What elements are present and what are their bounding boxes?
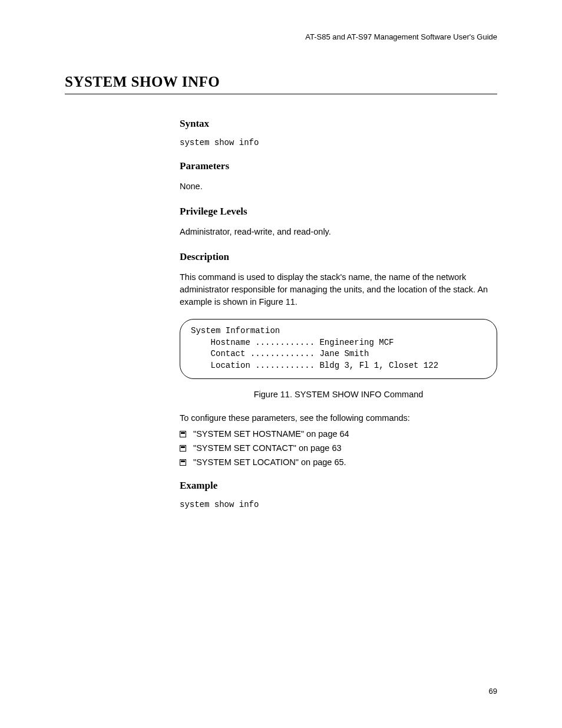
privilege-heading: Privilege Levels [180,206,497,218]
checkbox-icon [180,445,186,452]
description-heading: Description [180,251,497,263]
page-number: 69 [489,687,497,696]
content-area: Syntax system show info Parameters None.… [180,118,497,509]
syntax-heading: Syntax [180,118,497,130]
parameters-text: None. [180,180,497,193]
page-title: SYSTEM SHOW INFO [65,74,497,94]
doc-header: AT-S85 and AT-S97 Management Software Us… [65,32,497,41]
output-box: System Information Hostname ............… [180,319,497,379]
privilege-text: Administrator, read-write, and read-only… [180,226,497,238]
reference-link: "SYSTEM SET HOSTNAME" on page 64 [193,429,349,439]
description-text: This command is used to display the stac… [180,271,497,308]
figure-caption: Figure 11. SYSTEM SHOW INFO Command [180,390,497,399]
checkbox-icon [180,431,186,437]
syntax-code: system show info [180,138,497,147]
list-item: "SYSTEM SET LOCATION" on page 65. [180,457,497,467]
list-item: "SYSTEM SET HOSTNAME" on page 64 [180,429,497,439]
followup-text: To configure these parameters, see the f… [180,412,497,424]
reference-link: "SYSTEM SET CONTACT" on page 63 [193,443,342,453]
example-heading: Example [180,480,497,492]
list-item: "SYSTEM SET CONTACT" on page 63 [180,443,497,453]
example-code: system show info [180,500,497,509]
reference-link: "SYSTEM SET LOCATION" on page 65. [193,457,346,467]
checkbox-icon [180,459,186,466]
parameters-heading: Parameters [180,160,497,172]
